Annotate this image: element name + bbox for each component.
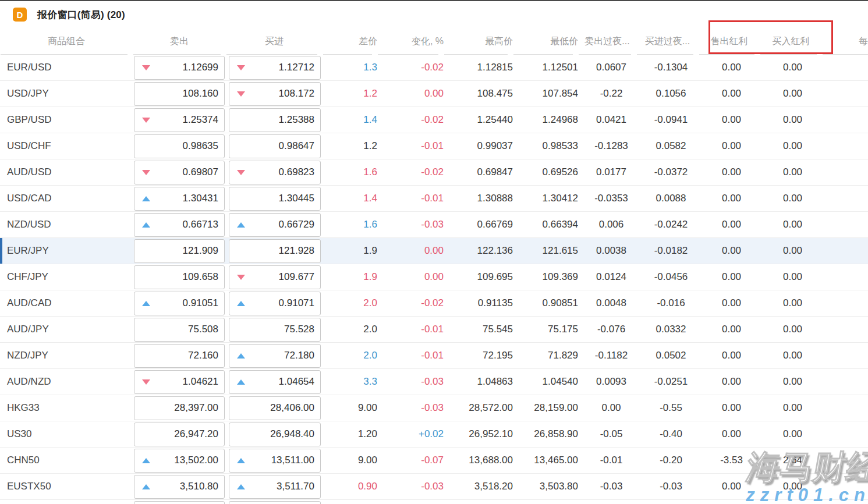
table-row[interactable]: US30 26,947.20 26,948.40 1.20 +0.02 26,9… [0,421,868,448]
buy-price-box[interactable]: 0.66729 [229,213,321,237]
buy-price-box[interactable]: 3,511.70 [229,475,321,499]
col-header-buy-dividend[interactable]: 买入红利 [760,28,822,55]
buy-price-box[interactable]: 0.69823 [229,161,321,184]
sell-overnight-value: -0.05 [578,428,636,440]
sell-overnight-value: 0.006 [578,219,636,230]
buy-price-box[interactable]: 0.98647 [229,134,321,158]
buy-price: 72.180 [284,350,314,361]
sell-price-box[interactable] [134,501,225,504]
col-header-buy[interactable]: 买进 [226,28,323,55]
sell-price-box[interactable]: 109.658 [134,265,225,289]
buy-overnight-value: -0.03 [636,481,699,492]
buy-overnight-value: -0.40 [636,428,699,440]
buy-price: 3,511.70 [277,481,314,492]
sell-price: 0.69807 [183,166,218,178]
table-row[interactable]: EUSTX50 3,510.80 3,511.70 0.90 -0.03 3,5… [0,474,868,500]
sell-price-box[interactable]: 72.160 [134,344,225,368]
buy-price: 121.928 [279,245,314,257]
spread-value: 0.90 [323,481,377,492]
table-row[interactable]: USD/CAD 1.30431 1.30445 1.4 -0.01 1.3088… [0,186,868,212]
col-header-sell-overnight[interactable]: 卖出过夜... [578,28,636,55]
table-row[interactable]: AUD/JPY 75.508 75.528 2.0 -0.01 75.545 7… [0,317,868,343]
buy-price-box[interactable]: 1.04654 [229,370,321,394]
buy-price-box[interactable]: 1.30445 [229,187,321,211]
buy-price-box[interactable]: 109.677 [229,265,321,289]
sell-price-box[interactable]: 1.25374 [134,108,225,132]
high-value: 0.66769 [444,219,513,230]
col-header-change[interactable]: 变化, % [377,28,444,55]
sell-dividend-value: 0.00 [699,376,760,388]
buy-price: 109.677 [279,271,314,283]
col-header-high[interactable]: 最高价 [444,28,513,55]
table-row[interactable]: AUD/USD 0.69807 0.69823 1.6 -0.02 0.6984… [0,159,868,186]
col-header-buy-overnight[interactable]: 买进过夜... [636,28,699,55]
sell-cell: 1.25374 [133,107,226,133]
table-row[interactable]: USD/CHF 0.98635 0.98647 1.2 -0.01 0.9903… [0,133,868,159]
table-row[interactable]: EUR/JPY 121.909 121.928 1.9 0.00 122.136… [0,238,868,264]
high-value: 0.99037 [444,140,513,152]
sell-price-box[interactable]: 108.160 [134,82,225,106]
table-row[interactable]: AUD/NZD 1.04621 1.04654 3.3 -0.03 1.0486… [0,369,868,395]
low-value: 1.24968 [513,114,578,126]
buy-price-box[interactable]: 13,511.00 [229,449,321,473]
sell-price-box[interactable]: 13,502.00 [134,449,225,473]
buy-price-box[interactable]: 72.180 [229,344,321,368]
table-row[interactable]: GBP/USD 1.25374 1.25388 1.4 -0.02 1.2544… [0,107,868,133]
sell-price-box[interactable]: 0.66713 [134,213,225,237]
buy-price-box[interactable]: 1.12712 [229,56,321,80]
table-row[interactable]: NZD/JPY 72.160 72.180 2.0 -0.01 72.195 7… [0,343,868,369]
spread-value: 1.6 [323,166,377,178]
spread-value: 1.9 [323,271,377,283]
sell-price-box[interactable]: 1.12699 [134,56,225,80]
buy-price-box[interactable]: 75.528 [229,318,321,342]
buy-price-box[interactable] [229,501,321,504]
partial-next-row[interactable] [0,500,868,504]
sell-overnight-value: 0.0038 [578,245,636,257]
sell-cell: 1.04621 [133,369,226,395]
change-value: -0.01 [377,193,444,204]
col-header-low[interactable]: 最低价 [513,28,578,55]
sell-price-box[interactable]: 1.04621 [134,370,225,394]
spread-value: 1.4 [323,114,377,126]
change-value: -0.01 [377,324,444,335]
table-row[interactable]: NZD/USD 0.66713 0.66729 1.6 -0.03 0.6676… [0,212,868,238]
down-arrow-icon [237,275,245,280]
low-value: 1.12501 [513,62,578,73]
sell-price-box[interactable]: 121.909 [134,239,225,263]
sell-overnight-value: 0.0421 [578,114,636,126]
buy-price-box[interactable]: 108.172 [229,82,321,106]
sell-price-box[interactable]: 26,947.20 [134,423,225,446]
buy-price-box[interactable]: 121.928 [229,239,321,263]
table-row[interactable]: USD/JPY 108.160 108.172 1.2 0.00 108.475… [0,81,868,107]
spread-value: 1.6 [323,219,377,230]
sell-price-box[interactable]: 75.508 [134,318,225,342]
col-header-spread[interactable]: 差价 [323,28,377,55]
buy-cell: 108.172 [226,81,323,107]
high-value: 0.91135 [444,297,513,309]
buy-cell: 0.91071 [226,290,323,316]
spread-value: 1.9 [323,245,377,257]
low-value: 26,858.90 [513,428,578,440]
sell-price-box[interactable]: 28,397.00 [134,396,225,420]
sell-price-box[interactable]: 0.69807 [134,161,225,184]
sell-price-box[interactable]: 3,510.80 [134,475,225,499]
col-header-symbol[interactable]: 商品组合 [0,28,133,55]
buy-price-box[interactable]: 26,948.40 [229,423,321,446]
col-header-sell[interactable]: 卖出 [133,28,226,55]
up-arrow-icon [142,458,150,463]
table-row[interactable]: CHN50 13,502.00 13,511.00 9.00 -0.07 13,… [0,448,868,474]
table-row[interactable]: CHF/JPY 109.658 109.677 1.9 0.00 109.695… [0,264,868,290]
col-header-per[interactable]: 每 [822,28,868,55]
sell-price-box[interactable]: 0.91051 [134,292,225,315]
buy-dividend-value: 0.00 [760,271,822,283]
buy-price-box[interactable]: 0.91071 [229,292,321,315]
sell-price-box[interactable]: 0.98635 [134,134,225,158]
table-row[interactable]: EUR/USD 1.12699 1.12712 1.3 -0.02 1.1281… [0,55,868,81]
buy-price-box[interactable]: 1.25388 [229,108,321,132]
buy-price-box[interactable]: 28,406.00 [229,396,321,420]
sell-price-box[interactable]: 1.30431 [134,187,225,211]
col-header-sell-dividend[interactable]: 售出红利 [699,28,760,55]
table-row[interactable]: HKG33 28,397.00 28,406.00 9.00 -0.03 28,… [0,395,868,421]
buy-overnight-value: -0.20 [636,455,699,466]
table-row[interactable]: AUD/CAD 0.91051 0.91071 2.0 -0.02 0.9113… [0,290,868,317]
